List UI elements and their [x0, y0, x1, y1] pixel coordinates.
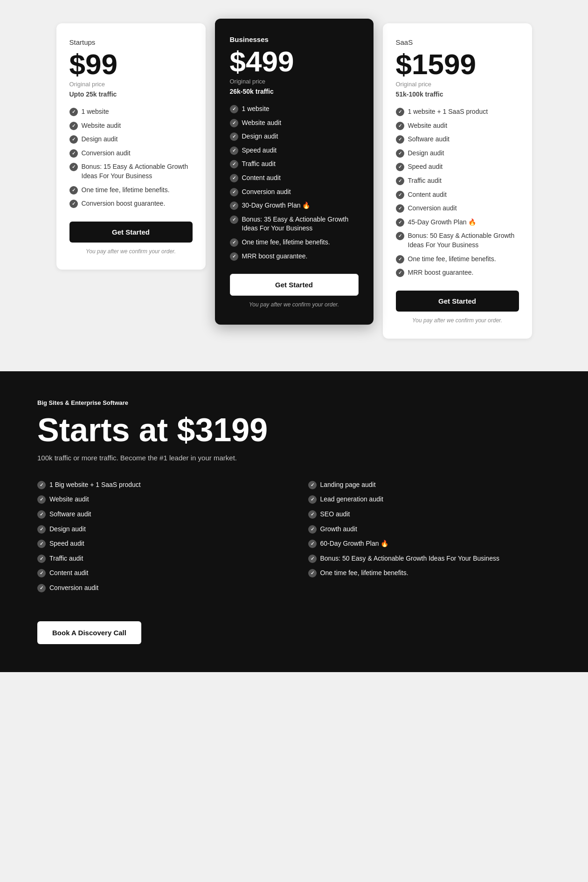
check-icon: [230, 119, 238, 127]
check-icon: [230, 201, 238, 210]
list-item: Design audit: [37, 525, 280, 534]
feature-text: Speed audit: [408, 162, 443, 172]
feature-text: Bonus: 15 Easy & Actionable Growth Ideas…: [82, 162, 193, 181]
plan-traffic-saas: 51k-100k traffic: [396, 90, 519, 98]
enterprise-label: Big Sites & Enterprise Software: [37, 399, 551, 406]
list-item: Software audit: [37, 510, 280, 519]
list-item: Website audit: [37, 495, 280, 504]
list-item: Conversion audit: [396, 204, 519, 213]
list-item: Design audit: [69, 135, 193, 144]
list-item: Website audit: [230, 118, 359, 128]
check-icon: [230, 132, 238, 141]
feature-text: Bonus: 35 Easy & Actionable Growth Ideas…: [242, 215, 359, 233]
feature-text: 1 website + 1 SaaS product: [408, 107, 488, 117]
pricing-section: Startups $99 Original price Upto 25k tra…: [0, 0, 588, 362]
list-item: One time fee, lifetime benefits.: [308, 569, 551, 578]
check-icon: [396, 163, 404, 171]
features-list-startups: 1 website Website audit Design audit Con…: [69, 107, 193, 208]
enterprise-features-right: Landing page audit Lead generation audit…: [308, 480, 551, 598]
enterprise-features-left: 1 Big website + 1 SaaS product Website a…: [37, 480, 280, 598]
list-item: 30-Day Growth Plan 🔥: [230, 201, 359, 210]
check-icon: [396, 177, 404, 185]
feature-text: Website audit: [242, 118, 282, 128]
feature-text: 1 website: [242, 104, 270, 114]
feature-text: Content audit: [242, 174, 281, 183]
list-item: Website audit: [69, 121, 193, 131]
plan-card-businesses: Businesses $499 Original price 26k-50k t…: [215, 19, 374, 325]
enterprise-section: Big Sites & Enterprise Software Starts a…: [0, 371, 588, 673]
list-item: Traffic audit: [37, 554, 280, 563]
check-icon: [69, 135, 78, 144]
list-item: Bonus: 35 Easy & Actionable Growth Ideas…: [230, 215, 359, 233]
feature-text: Conversion audit: [408, 204, 457, 213]
plan-name-saas: SaaS: [396, 38, 519, 46]
list-item: One time fee, lifetime benefits.: [69, 186, 193, 195]
enterprise-description: 100k traffic or more traffic. Become the…: [37, 454, 551, 462]
feature-text: Conversion audit: [242, 188, 291, 197]
check-icon: [396, 122, 404, 130]
plan-card-startups: Startups $99 Original price Upto 25k tra…: [56, 23, 206, 270]
check-icon: [396, 255, 404, 264]
check-icon: [308, 510, 317, 519]
feature-text: Conversion audit: [49, 583, 98, 593]
list-item: Landing page audit: [308, 480, 551, 490]
list-item: Conversion audit: [230, 188, 359, 197]
feature-text: Website audit: [49, 495, 89, 504]
list-item: Website audit: [396, 121, 519, 131]
check-icon: [396, 191, 404, 199]
plan-price-saas: $1599: [396, 50, 519, 79]
list-item: MRR boost guarantee.: [396, 268, 519, 278]
check-icon: [37, 555, 46, 563]
enterprise-features: 1 Big website + 1 SaaS product Website a…: [37, 480, 551, 598]
feature-text: Traffic audit: [49, 554, 83, 563]
check-icon: [69, 149, 78, 158]
get-started-button-saas[interactable]: Get Started: [396, 291, 519, 312]
check-icon: [69, 163, 78, 171]
feature-text: One time fee, lifetime benefits.: [320, 569, 408, 578]
get-started-button-businesses[interactable]: Get Started: [230, 274, 359, 296]
check-icon: [230, 146, 238, 155]
feature-text: SEO audit: [320, 510, 350, 519]
plan-original-saas: Original price: [396, 81, 519, 88]
feature-text: 1 website: [82, 107, 109, 117]
list-item: One time fee, lifetime benefits.: [230, 238, 359, 247]
check-icon: [308, 525, 317, 534]
list-item: Content audit: [396, 190, 519, 200]
feature-text: Traffic audit: [242, 160, 276, 169]
list-item: Design audit: [396, 149, 519, 158]
plan-name-businesses: Businesses: [230, 35, 359, 43]
check-icon: [37, 584, 46, 592]
feature-text: Content audit: [408, 190, 447, 200]
feature-text: 60-Day Growth Plan 🔥: [320, 539, 389, 549]
feature-text: One time fee, lifetime benefits.: [82, 186, 170, 195]
feature-text: Conversion boost guarantee.: [82, 199, 166, 208]
list-item: Bonus: 15 Easy & Actionable Growth Ideas…: [69, 162, 193, 181]
check-icon: [69, 108, 78, 116]
list-item: Software audit: [396, 135, 519, 144]
list-item: Content audit: [37, 569, 280, 578]
get-started-button-startups[interactable]: Get Started: [69, 222, 193, 243]
feature-text: Website audit: [82, 121, 121, 131]
feature-text: Speed audit: [242, 146, 277, 155]
feature-text: Lead generation audit: [320, 495, 383, 504]
plan-traffic-startups: Upto 25k traffic: [69, 90, 193, 98]
list-item: Speed audit: [230, 146, 359, 155]
list-item: 45-Day Growth Plan 🔥: [396, 218, 519, 227]
book-discovery-call-button[interactable]: Book A Discovery Call: [37, 621, 141, 644]
list-item: Speed audit: [396, 162, 519, 172]
check-icon: [396, 108, 404, 116]
check-icon: [308, 495, 317, 504]
feature-text: Content audit: [49, 569, 88, 578]
list-item: Growth audit: [308, 525, 551, 534]
feature-text: Traffic audit: [408, 176, 442, 186]
feature-text: Design audit: [82, 135, 118, 144]
check-icon: [37, 495, 46, 504]
check-icon: [396, 218, 404, 227]
check-icon: [230, 160, 238, 168]
feature-text: Speed audit: [49, 539, 84, 549]
list-item: Bonus: 50 Easy & Actionable Growth Ideas…: [308, 554, 551, 563]
plan-note-businesses: You pay after we confirm your order.: [230, 301, 359, 308]
features-list-businesses: 1 website Website audit Design audit Spe…: [230, 104, 359, 261]
list-item: MRR boost guarantee.: [230, 252, 359, 261]
list-item: 60-Day Growth Plan 🔥: [308, 539, 551, 549]
